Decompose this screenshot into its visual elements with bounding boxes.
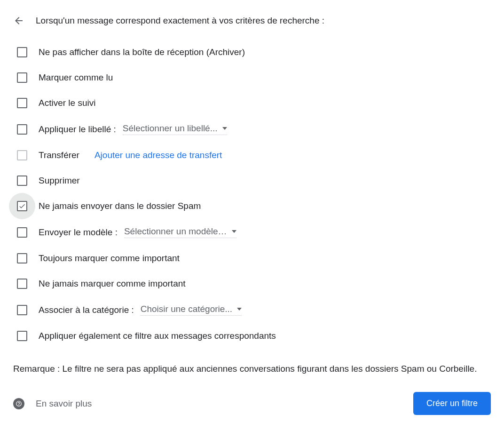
label-forward: Transférer	[39, 150, 79, 160]
checkbox-mark-read[interactable]	[17, 72, 27, 83]
option-delete: Supprimer	[17, 176, 491, 186]
dialog-title: Lorsqu'un message correspond exactement …	[36, 16, 324, 26]
checkbox-apply-matching[interactable]	[17, 331, 27, 341]
dropdown-send-template-text: Sélectionner un modèle…	[124, 226, 227, 237]
dropdown-categorize-text: Choisir une catégorie...	[141, 304, 232, 314]
option-always-important: Toujours marquer comme important	[17, 253, 491, 263]
option-star: Activer le suivi	[17, 98, 491, 108]
option-mark-read: Marquer comme lu	[17, 72, 491, 83]
label-star: Activer le suivi	[39, 98, 95, 108]
checkbox-forward[interactable]	[17, 150, 27, 160]
label-always-important: Toujours marquer comme important	[39, 253, 180, 263]
dropdown-arrow-icon	[232, 230, 236, 233]
checkbox-star[interactable]	[17, 98, 27, 108]
checkbox-categorize[interactable]	[17, 305, 27, 315]
dialog-footer: En savoir plus Créer un filtre	[13, 392, 491, 415]
checkbox-delete[interactable]	[17, 176, 27, 186]
link-add-forward-address[interactable]: Ajouter une adresse de transfert	[94, 150, 222, 160]
option-never-spam: Ne jamais envoyer dans le dossier Spam	[17, 201, 491, 211]
option-archive: Ne pas afficher dans la boîte de récepti…	[17, 47, 491, 57]
checkbox-archive[interactable]	[17, 47, 27, 57]
checkbox-send-template[interactable]	[17, 227, 27, 238]
option-send-template: Envoyer le modèle : Sélectionner un modè…	[17, 226, 491, 238]
dropdown-send-template[interactable]: Sélectionner un modèle…	[124, 226, 236, 238]
learn-more-link[interactable]: En savoir plus	[36, 399, 92, 409]
dropdown-arrow-icon	[237, 308, 242, 311]
option-forward: Transférer Ajouter une adresse de transf…	[17, 150, 491, 160]
dropdown-categorize[interactable]: Choisir une catégorie...	[141, 304, 242, 316]
label-delete: Supprimer	[39, 176, 80, 186]
option-apply-matching: Appliquer également ce filtre aux messag…	[17, 331, 491, 341]
label-mark-read: Marquer comme lu	[39, 72, 113, 83]
dropdown-arrow-icon	[222, 127, 227, 130]
filter-options-list: Ne pas afficher dans la boîte de récepti…	[17, 47, 491, 341]
option-apply-label: Appliquer le libellé : Sélectionner un l…	[17, 123, 491, 135]
option-never-important: Ne jamais marquer comme important	[17, 279, 491, 289]
label-apply-matching: Appliquer également ce filtre aux messag…	[39, 331, 276, 341]
option-categorize: Associer à la catégorie : Choisir une ca…	[17, 304, 491, 316]
label-archive: Ne pas afficher dans la boîte de récepti…	[39, 47, 245, 57]
label-categorize: Associer à la catégorie :	[39, 305, 134, 315]
label-send-template: Envoyer le modèle :	[39, 227, 118, 238]
checkbox-always-important[interactable]	[17, 253, 27, 263]
create-filter-button[interactable]: Créer un filtre	[413, 392, 491, 415]
help-icon[interactable]	[13, 398, 24, 409]
checkbox-apply-label[interactable]	[17, 124, 27, 135]
checkbox-never-spam[interactable]	[17, 201, 27, 211]
dropdown-apply-label-text: Sélectionner un libellé...	[123, 123, 218, 134]
label-never-important: Ne jamais marquer comme important	[39, 279, 186, 289]
question-mark-icon	[16, 400, 22, 407]
checkbox-never-important[interactable]	[17, 279, 27, 289]
back-arrow-icon[interactable]	[13, 15, 24, 26]
label-apply-label: Appliquer le libellé :	[39, 124, 116, 135]
filter-note: Remarque : Le filtre ne sera pas appliqu…	[13, 362, 491, 376]
dropdown-apply-label[interactable]: Sélectionner un libellé...	[123, 123, 227, 135]
label-never-spam: Ne jamais envoyer dans le dossier Spam	[39, 201, 201, 211]
check-icon	[18, 202, 26, 210]
